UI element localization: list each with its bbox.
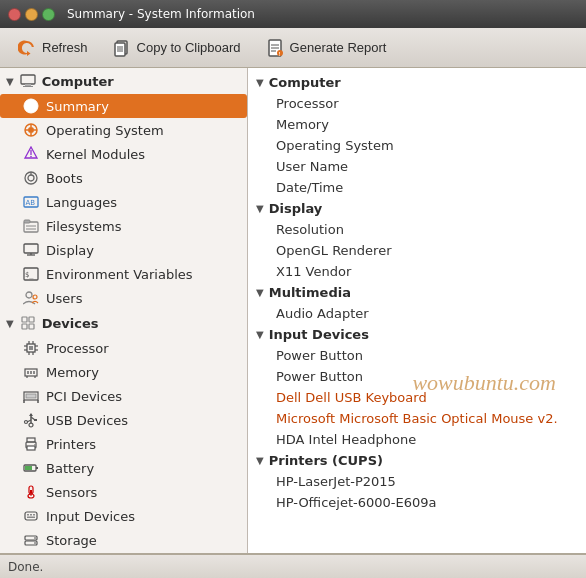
sidebar-item-battery[interactable]: Battery (0, 456, 247, 480)
sidebar-item-printers-label: Printers (46, 437, 96, 452)
close-button[interactable] (8, 8, 21, 21)
content-item-power2[interactable]: Power Button (248, 366, 586, 387)
sidebar-item-kernel[interactable]: Kernel Modules (0, 142, 247, 166)
svg-rect-44 (29, 324, 34, 329)
content-section-display[interactable]: ▼ Display (248, 198, 586, 219)
sensors-icon (22, 483, 40, 501)
sidebar-item-printers[interactable]: Printers (0, 432, 247, 456)
sidebar-item-operating-system[interactable]: Operating System (0, 118, 247, 142)
content-item-hp-laserjet-label: HP-LaserJet-P2015 (276, 474, 396, 489)
content-item-processor[interactable]: Processor (248, 93, 586, 114)
sidebar-computer-label: Computer (42, 74, 114, 89)
svg-rect-12 (25, 84, 31, 86)
svg-text:$_: $_ (25, 271, 34, 279)
content-item-power1-label: Power Button (276, 348, 363, 363)
sidebar-item-users[interactable]: Users (0, 286, 247, 310)
content-section-input[interactable]: ▼ Input Devices (248, 324, 586, 345)
sidebar-item-input[interactable]: Input Devices (0, 504, 247, 528)
processor-icon (22, 339, 40, 357)
content-section-printers-label: Printers (CUPS) (269, 453, 383, 468)
svg-point-17 (28, 127, 34, 133)
maximize-button[interactable] (42, 8, 55, 21)
content-item-resolution[interactable]: Resolution (248, 219, 586, 240)
svg-rect-31 (24, 220, 30, 223)
sidebar-item-processor[interactable]: Processor (0, 336, 247, 360)
content-item-x11[interactable]: X11 Vendor (248, 261, 586, 282)
pci-icon (22, 387, 40, 405)
content-section-multimedia[interactable]: ▼ Multimedia (248, 282, 586, 303)
svg-point-39 (26, 292, 32, 298)
content-item-opengl[interactable]: OpenGL Renderer (248, 240, 586, 261)
sidebar-item-boots-label: Boots (46, 171, 83, 186)
sidebar-item-summary[interactable]: i Summary (0, 94, 247, 118)
os-icon (22, 121, 40, 139)
window-title: Summary - System Information (67, 7, 255, 21)
sidebar-item-filesystems-label: Filesystems (46, 219, 122, 234)
svg-rect-83 (25, 512, 37, 520)
content-item-username[interactable]: User Name (248, 156, 586, 177)
content-item-os[interactable]: Operating System (248, 135, 586, 156)
sidebar: ▼ Computer i Summary (0, 68, 248, 553)
svg-rect-73 (27, 438, 35, 442)
sidebar-item-languages[interactable]: AB Languages (0, 190, 247, 214)
sidebar-item-env-vars[interactable]: $_ Environment Variables (0, 262, 247, 286)
window-controls[interactable] (8, 8, 55, 21)
sidebar-item-pci-label: PCI Devices (46, 389, 122, 404)
sidebar-item-pci[interactable]: PCI Devices (0, 384, 247, 408)
minimize-button[interactable] (25, 8, 38, 21)
content-item-power1[interactable]: Power Button (248, 345, 586, 366)
svg-rect-62 (26, 394, 36, 398)
content-section-multimedia-label: Multimedia (269, 285, 351, 300)
storage-icon (22, 531, 40, 549)
sidebar-item-filesystems[interactable]: Filesystems (0, 214, 247, 238)
devices-arrow-icon: ▼ (6, 318, 14, 329)
sidebar-item-usb[interactable]: USB Devices (0, 408, 247, 432)
computer-icon (19, 72, 37, 90)
filesystems-icon (22, 217, 40, 235)
users-icon (22, 289, 40, 307)
content-item-hda[interactable]: HDA Intel Headphone (248, 429, 586, 450)
svg-rect-11 (21, 75, 35, 84)
content-section-display-label: Display (269, 201, 323, 216)
content-item-memory-label: Memory (276, 117, 329, 132)
sidebar-item-env-label: Environment Variables (46, 267, 193, 282)
sidebar-item-boots[interactable]: Boots (0, 166, 247, 190)
svg-rect-77 (36, 467, 38, 469)
content-item-memory[interactable]: Memory (248, 114, 586, 135)
refresh-button[interactable]: Refresh (6, 33, 99, 63)
content-item-audio[interactable]: Audio Adapter (248, 303, 586, 324)
content-item-hda-label: HDA Intel Headphone (276, 432, 416, 447)
content-tree: ▼ Computer Processor Memory Operating Sy… (248, 68, 586, 517)
generate-report-button[interactable]: ! Generate Report (254, 33, 398, 63)
content-item-audio-label: Audio Adapter (276, 306, 369, 321)
content-item-power2-label: Power Button (276, 369, 363, 384)
svg-rect-34 (24, 244, 38, 253)
kernel-icon (22, 145, 40, 163)
devices-icon (19, 314, 37, 332)
content-section-computer[interactable]: ▼ Computer (248, 72, 586, 93)
sidebar-item-sensors[interactable]: Sensors (0, 480, 247, 504)
content-arrow-computer: ▼ (256, 77, 264, 88)
content-item-hp-laserjet[interactable]: HP-LaserJet-P2015 (248, 471, 586, 492)
sidebar-item-memory[interactable]: Memory (0, 360, 247, 384)
content-item-resolution-label: Resolution (276, 222, 344, 237)
svg-rect-86 (33, 514, 35, 516)
content-section-printers[interactable]: ▼ Printers (CUPS) (248, 450, 586, 471)
svg-rect-56 (27, 371, 29, 374)
sidebar-devices-label: Devices (42, 316, 99, 331)
report-icon: ! (265, 38, 285, 58)
content-item-hp-officejet[interactable]: HP-Officejet-6000-E609a (248, 492, 586, 513)
sidebar-item-sensors-label: Sensors (46, 485, 97, 500)
content-item-keyboard[interactable]: Dell Dell USB Keyboard (248, 387, 586, 408)
svg-rect-87 (27, 517, 35, 519)
svg-rect-78 (25, 466, 32, 470)
svg-text:AB: AB (26, 199, 36, 207)
content-item-mouse[interactable]: Microsoft Microsoft Basic Optical Mouse … (248, 408, 586, 429)
copy-button[interactable]: Copy to Clipboard (101, 33, 252, 63)
sidebar-section-devices[interactable]: ▼ Devices (0, 310, 247, 336)
svg-point-70 (25, 421, 28, 424)
sidebar-item-storage[interactable]: Storage (0, 528, 247, 552)
sidebar-section-computer[interactable]: ▼ Computer (0, 68, 247, 94)
content-item-datetime[interactable]: Date/Time (248, 177, 586, 198)
sidebar-item-display[interactable]: Display (0, 238, 247, 262)
